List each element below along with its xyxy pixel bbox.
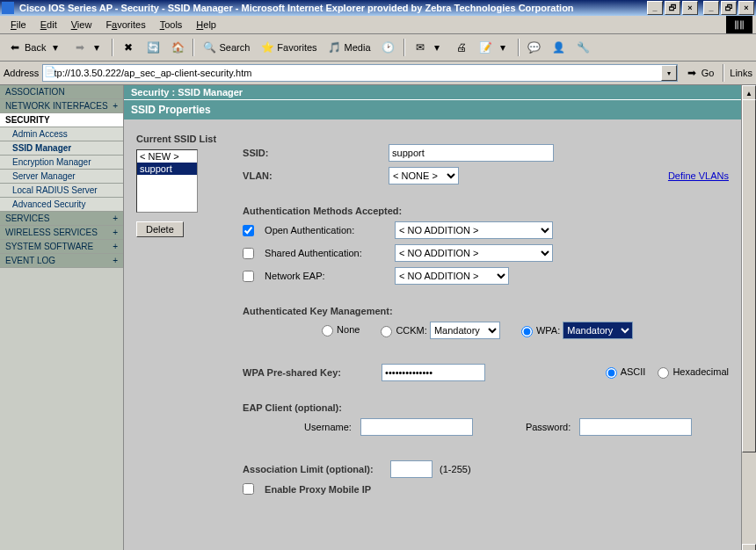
menu-view[interactable]: View	[64, 18, 99, 32]
menu-favorites[interactable]: Favorites	[98, 18, 152, 32]
open-auth-checkbox[interactable]	[243, 225, 254, 236]
akm-cckm-label: CCKM:	[396, 325, 426, 336]
go-icon: ➡	[685, 66, 699, 80]
refresh-button[interactable]: 🔄	[142, 37, 164, 58]
scroll-thumb[interactable]	[742, 99, 756, 452]
stop-button[interactable]: ✖	[117, 37, 140, 58]
hex-label: Hexadecimal	[672, 366, 729, 377]
home-button[interactable]: 🏠	[166, 37, 189, 58]
minimize-button-2[interactable]: _	[703, 1, 719, 15]
scroll-down-button[interactable]: ▼	[742, 544, 756, 550]
tool-icon: 🔧	[577, 40, 591, 54]
password-input[interactable]	[579, 418, 692, 436]
restore-button[interactable]: 🗗	[665, 1, 680, 15]
sidebar-item-local-radius[interactable]: Local RADIUS Server	[0, 184, 123, 198]
main-content: Security : SSID Manager SSID Properties …	[124, 85, 741, 550]
go-button[interactable]: ➡Go	[681, 66, 718, 80]
wpa-select[interactable]: Mandatory	[563, 322, 633, 339]
delete-button[interactable]: Delete	[136, 221, 184, 237]
address-dropdown[interactable]: ▾	[661, 65, 677, 81]
minimize-button[interactable]: _	[647, 1, 663, 15]
expand-icon: +	[113, 101, 118, 111]
vertical-scrollbar[interactable]: ▲ ▼	[741, 85, 756, 550]
shared-auth-select[interactable]: < NO ADDITION >	[395, 244, 553, 262]
ssid-list-new[interactable]: < NEW >	[137, 150, 197, 163]
ssid-list-item-selected[interactable]: support	[137, 163, 197, 175]
sidebar-item-label: SERVICES	[5, 213, 49, 223]
akm-wpa-radio[interactable]	[521, 326, 533, 337]
expand-icon: +	[113, 228, 118, 237]
search-icon: 🔍	[202, 40, 216, 54]
sidebar-item-label: WIRELESS SERVICES	[5, 228, 98, 237]
extra-button[interactable]: 🔧	[572, 37, 595, 58]
page-icon: 📄	[44, 66, 56, 78]
discuss-button[interactable]: 💬	[523, 37, 546, 58]
ssid-input[interactable]	[389, 144, 554, 162]
sidebar-item-association[interactable]: ASSOCIATION	[0, 85, 123, 99]
sidebar-item-network-interfaces[interactable]: NETWORK INTERFACES+	[0, 99, 123, 113]
network-eap-checkbox[interactable]	[243, 271, 254, 282]
sidebar-item-admin-access[interactable]: Admin Access	[0, 127, 123, 141]
address-input[interactable]	[42, 64, 677, 82]
akm-wpa-label: WPA:	[536, 325, 560, 336]
search-button[interactable]: 🔍Search	[198, 37, 254, 58]
forward-button[interactable]: ➡▾	[69, 37, 108, 58]
history-button[interactable]: 🕑	[377, 37, 400, 58]
print-button[interactable]: 🖨	[450, 37, 473, 58]
restore-button-2[interactable]: 🗗	[721, 1, 737, 15]
menu-edit[interactable]: Edit	[33, 18, 64, 32]
menubar: File Edit View Favorites Tools Help ⦀⦀	[0, 16, 756, 34]
mail-button[interactable]: ✉▾	[409, 37, 448, 58]
media-button[interactable]: 🎵Media	[323, 37, 375, 58]
page-title: SSID Properties	[124, 99, 741, 119]
sidebar-item-services[interactable]: SERVICES+	[0, 212, 123, 226]
menu-tools[interactable]: Tools	[153, 18, 190, 32]
sidebar-item-event-log[interactable]: EVENT LOG+	[0, 254, 123, 268]
eap-client-label: EAP Client (optional):	[243, 402, 729, 413]
ssid-listbox[interactable]: < NEW > support	[136, 149, 198, 213]
back-label: Back	[25, 42, 46, 53]
sidebar-item-security[interactable]: SECURITY	[0, 113, 123, 127]
sidebar-item-label: NETWORK INTERFACES	[5, 101, 108, 111]
wpa-psk-input[interactable]	[382, 364, 485, 381]
links-label[interactable]: Links	[730, 68, 752, 78]
akm-none-radio[interactable]	[322, 325, 333, 337]
sidebar-item-label: Advanced Security	[12, 199, 85, 209]
menu-help[interactable]: Help	[189, 18, 223, 32]
sidebar-item-label: Local RADIUS Server	[12, 185, 98, 195]
back-button[interactable]: ⬅Back▾	[4, 37, 67, 58]
go-label: Go	[701, 68, 715, 78]
define-vlans-link[interactable]: Define VLANs	[668, 170, 729, 181]
open-auth-select[interactable]: < NO ADDITION >	[395, 221, 553, 239]
edit-button[interactable]: 📝▾	[475, 37, 514, 58]
sidebar-item-system-software[interactable]: SYSTEM SOFTWARE+	[0, 240, 123, 254]
chevron-down-icon: ▾	[48, 40, 62, 54]
toolbar: ⬅Back▾ ➡▾ ✖ 🔄 🏠 🔍Search ⭐Favorites 🎵Medi…	[0, 34, 756, 62]
sidebar-item-server-manager[interactable]: Server Manager	[0, 170, 123, 184]
shared-auth-checkbox[interactable]	[243, 248, 254, 259]
assoc-limit-input[interactable]	[390, 460, 433, 478]
messenger-icon: 👤	[552, 40, 566, 54]
network-eap-select[interactable]: < NO ADDITION >	[395, 267, 509, 285]
favorites-button[interactable]: ⭐Favorites	[256, 37, 321, 58]
vlan-select[interactable]: < NONE >	[389, 167, 459, 185]
sidebar-item-label: EVENT LOG	[5, 256, 55, 265]
ascii-radio[interactable]	[606, 367, 617, 379]
akm-cckm-radio[interactable]	[381, 326, 392, 337]
menu-file[interactable]: File	[4, 18, 33, 32]
assoc-range-label: (1-255)	[440, 464, 470, 474]
cckm-select[interactable]: Mandatory	[430, 322, 500, 339]
sidebar-item-advanced-security[interactable]: Advanced Security	[0, 198, 123, 212]
brand-logo: ⦀⦀	[726, 16, 752, 33]
close-button-2[interactable]: ×	[738, 1, 754, 15]
messenger-button[interactable]: 👤	[548, 37, 571, 58]
mail-icon: ✉	[413, 40, 427, 54]
sidebar-item-ssid-manager[interactable]: SSID Manager	[0, 141, 123, 156]
chevron-down-icon: ▾	[90, 40, 104, 54]
username-input[interactable]	[360, 418, 473, 436]
sidebar-item-wireless-services[interactable]: WIRELESS SERVICES+	[0, 226, 123, 240]
hex-radio[interactable]	[658, 367, 669, 379]
sidebar-item-encryption-manager[interactable]: Encryption Manager	[0, 156, 123, 170]
close-button[interactable]: ×	[682, 1, 698, 15]
proxy-mobile-checkbox[interactable]	[243, 483, 254, 495]
